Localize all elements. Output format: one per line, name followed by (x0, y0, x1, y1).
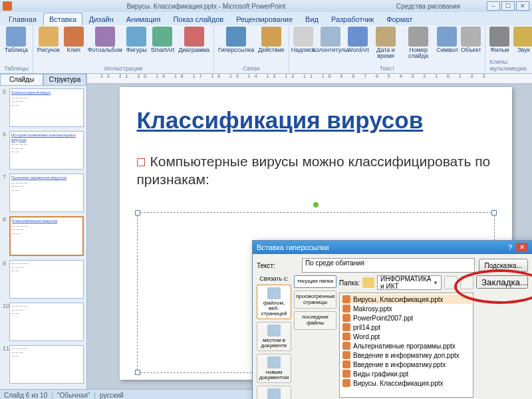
current-folder-button[interactable]: текущая папка (294, 275, 336, 288)
ribbon-Фигуры[interactable]: Фигуры (126, 27, 147, 53)
ribbon-Фильм[interactable]: Фильм (489, 27, 509, 53)
file-item[interactable]: PowerPoint2007.ppt (341, 313, 471, 323)
dialog-close-button[interactable]: ✕ (516, 243, 528, 252)
minimize-button[interactable]: – (487, 1, 500, 11)
ribbon-tab[interactable]: Анимация (120, 13, 167, 25)
slide-thumbnail[interactable]: 6История появления компьютерных вирусов—… (3, 131, 84, 170)
slides-panel: Слайды Структура 5Компьютерный вирус— — … (0, 74, 87, 389)
resize-handle[interactable] (135, 210, 140, 215)
rotate-handle-icon[interactable] (313, 202, 319, 207)
ribbon-icon (126, 27, 146, 47)
ribbon-tab[interactable]: Дизайн (83, 13, 120, 25)
display-text-input[interactable]: По среде обитания (302, 258, 475, 273)
linkto-file-web[interactable]: файлом, веб-страницей (257, 285, 291, 319)
maximize-button[interactable]: ☐ (501, 1, 515, 11)
ribbon-WordArt[interactable]: WordArt (348, 27, 368, 53)
ribbon-Символ[interactable]: Символ (437, 27, 457, 53)
resize-handle[interactable] (491, 210, 497, 215)
ribbon-Действие[interactable]: Действие (258, 27, 285, 53)
ribbon-tab[interactable]: Формат (380, 13, 418, 25)
ribbon-Звук[interactable]: Звук (513, 27, 532, 53)
recent-files-button[interactable]: последние файлы (294, 311, 336, 330)
ribbon-tab[interactable]: Вид (299, 13, 325, 25)
document-title: Вирусы. Классификация.pptx - Microsoft P… (16, 3, 396, 10)
slides-tab[interactable]: Слайды (0, 74, 43, 86)
file-list[interactable]: Вирусы. Классификация.pptxMakrosy.pptxPo… (339, 293, 473, 398)
ribbon-item-label: Номер слайда (404, 47, 434, 59)
file-item[interactable]: pril14.ppt (341, 323, 471, 332)
ribbon-tab[interactable]: Вставка (43, 13, 82, 25)
slide-thumbnail[interactable]: 7Признаки заражения вирусом— — — — — — —… (3, 174, 84, 212)
outline-tab[interactable]: Структура (43, 74, 86, 86)
powerpoint-file-icon (342, 351, 350, 359)
up-folder-button[interactable] (444, 276, 458, 289)
ribbon-Гиперссылка[interactable]: Гиперссылка (218, 27, 254, 53)
ribbon-Диаграмма[interactable]: Диаграмма (178, 27, 209, 53)
insert-hyperlink-dialog: Вставка гиперссылки ? ✕ Текст: По среде … (252, 240, 532, 399)
ribbon-Колонтитулы[interactable]: Колонтитулы (317, 27, 344, 53)
ribbon-tab[interactable]: Показ слайдов (167, 13, 229, 25)
slide-canvas: 22 21 20 19 18 17 16 15 14 13 12 11 10 9… (87, 74, 532, 389)
ribbon-Надпись[interactable]: Надпись (293, 27, 313, 53)
ribbon-SmartArt[interactable]: SmartArt (151, 27, 175, 53)
slide-body-text[interactable]: Компьютерные вирусы можно классифицирова… (137, 152, 495, 189)
language-indicator[interactable]: русский (100, 392, 124, 399)
ribbon-Фотоальбом[interactable]: Фотоальбом (88, 27, 122, 53)
ribbon-Номер слайда[interactable]: Номер слайда (404, 27, 434, 59)
linkto-place[interactable]: местом в документе (257, 322, 291, 351)
ribbon-group-name: Таблицы (4, 65, 29, 72)
title-bar: Вирусы. Классификация.pptx - Microsoft P… (0, 0, 532, 12)
slide-thumbnail[interactable]: 11— — — — — — — — — (3, 345, 84, 384)
bookmark-button[interactable]: Закладка... (476, 275, 528, 289)
file-item[interactable]: Альтернативные программы.pptx (341, 341, 471, 350)
file-item[interactable]: Введение в информатику.pptx (341, 360, 471, 369)
folder-combo[interactable]: ИНФОРМАТИКА и ИКТ▼ (377, 275, 442, 290)
ribbon-icon (408, 27, 428, 47)
ribbon-tab[interactable]: Рецензирование (230, 13, 299, 25)
powerpoint-file-icon (342, 323, 350, 331)
browse-panel: текущая папка просмотренные страницы пос… (294, 275, 336, 399)
text-label: Текст: (257, 262, 298, 269)
ribbon-item-label: Надпись (291, 47, 315, 53)
ribbon-tab[interactable]: Разработчик (325, 13, 380, 25)
file-item[interactable]: Makrosy.pptx (341, 304, 471, 313)
screentip-button[interactable]: Подсказка... (479, 259, 528, 272)
file-item[interactable]: Вирусы. Классификация.pptx (341, 295, 471, 304)
browsed-pages-button[interactable]: просмотренные страницы (294, 291, 336, 309)
slide-thumbnail[interactable]: 5Компьютерный вирус— — — — — — — — — (3, 88, 84, 127)
file-item[interactable]: Виды графики.ppt (341, 369, 471, 378)
file-item[interactable]: Word.ppt (341, 332, 471, 341)
folder-label: Папка: (339, 279, 360, 287)
close-button[interactable]: ✕ (516, 1, 529, 11)
link-to-label: Связать с: (257, 275, 291, 282)
dialog-titlebar[interactable]: Вставка гиперссылки ? ✕ (253, 241, 532, 254)
ribbon-group-name: Текст (380, 65, 395, 72)
linkto-email[interactable]: электронной почтой (257, 386, 291, 399)
ribbon-tabs: ГлавнаяВставкаДизайнАнимацияПоказ слайдо… (0, 12, 532, 25)
slide-thumbnail[interactable]: 8Классификация вирусов— — — — — — — — — (3, 216, 84, 256)
file-item[interactable]: Введение в информатику доп.pptx (341, 350, 471, 360)
ribbon-group: НадписьКолонтитулыWordArtДата и времяНом… (289, 25, 486, 73)
envelope-icon (267, 388, 281, 399)
linkto-new[interactable]: новым документом (257, 354, 291, 383)
resize-handle[interactable] (135, 370, 140, 375)
ribbon-Объект[interactable]: Объект (461, 27, 481, 53)
ribbon-item-label: Символ (436, 47, 458, 53)
slide-thumbnail[interactable]: 10— — — — — — — — — (3, 303, 84, 341)
ribbon-Таблица[interactable]: Таблица (5, 27, 28, 53)
slide-title: Классификация вирусов (137, 107, 495, 134)
ribbon-icon (184, 27, 204, 47)
powerpoint-file-icon (342, 332, 350, 340)
ribbon-item-label: Колонтитулы (313, 47, 349, 53)
ribbon-icon (348, 27, 368, 47)
file-item[interactable]: Вирусы. Классификация.pptx (341, 378, 471, 388)
ribbon-item-label: Рисунок (37, 47, 60, 53)
ribbon-tab[interactable]: Главная (3, 13, 43, 25)
ribbon-Дата и время[interactable]: Дата и время (372, 27, 399, 59)
slide-thumbnail[interactable]: 9— — — — — — — — — (3, 260, 84, 299)
dialog-help-icon[interactable]: ? (508, 243, 512, 251)
browse-web-button[interactable] (460, 276, 473, 289)
contextual-tab-label: Средства рисования (396, 3, 460, 10)
ribbon-Рисунок[interactable]: Рисунок (37, 27, 60, 53)
ribbon-Клип[interactable]: Клип (64, 27, 84, 53)
